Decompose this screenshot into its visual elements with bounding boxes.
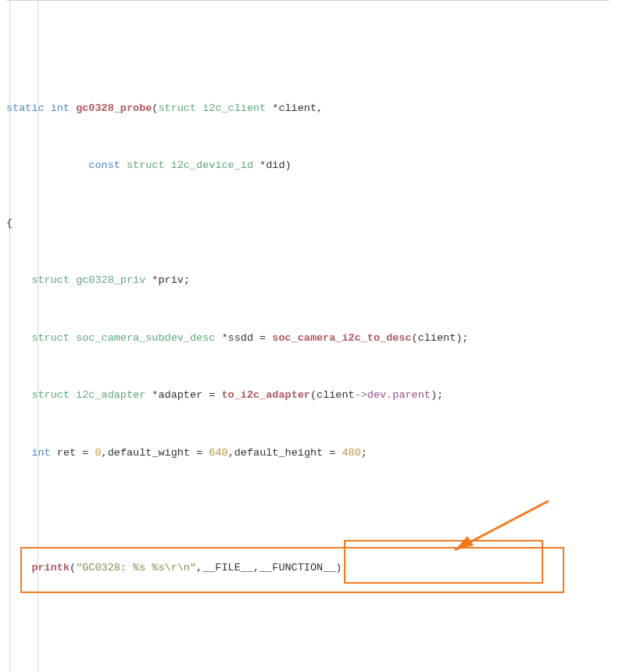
code-line: struct soc_camera_subdev_desc *ssdd = so…: [6, 329, 619, 349]
code-line: const struct i2c_device_id *did): [6, 156, 619, 176]
code-line: struct gc0328_priv *priv;: [6, 271, 619, 291]
code-line: [6, 501, 619, 520]
code-line: {: [6, 214, 619, 234]
code-line: static int gc0328_probe(struct i2c_clien…: [6, 99, 619, 119]
code-line: [6, 616, 619, 635]
code-line: int ret = 0,default_wight = 640,default_…: [6, 444, 619, 463]
code-line: struct i2c_adapter *adapter = to_i2c_ada…: [6, 386, 619, 406]
annotation-box-inner: [344, 540, 543, 584]
